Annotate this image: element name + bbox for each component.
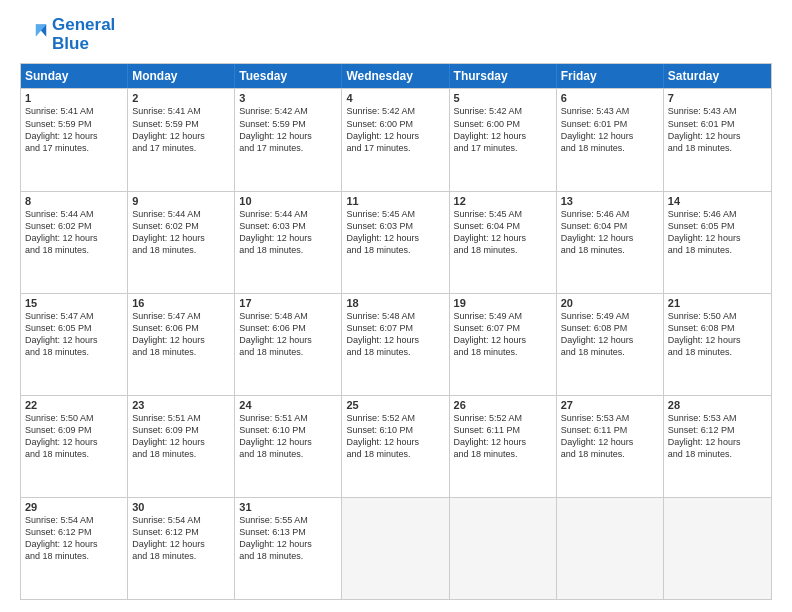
day-info: Sunrise: 5:45 AM Sunset: 6:03 PM Dayligh… [346,208,444,257]
header-day-tuesday: Tuesday [235,64,342,88]
cal-cell: 14Sunrise: 5:46 AM Sunset: 6:05 PM Dayli… [664,192,771,293]
day-info: Sunrise: 5:54 AM Sunset: 6:12 PM Dayligh… [132,514,230,563]
day-info: Sunrise: 5:49 AM Sunset: 6:08 PM Dayligh… [561,310,659,359]
cal-cell: 9Sunrise: 5:44 AM Sunset: 6:02 PM Daylig… [128,192,235,293]
cal-cell [664,498,771,599]
day-number: 31 [239,501,337,513]
day-info: Sunrise: 5:51 AM Sunset: 6:10 PM Dayligh… [239,412,337,461]
day-number: 15 [25,297,123,309]
cal-cell: 1Sunrise: 5:41 AM Sunset: 5:59 PM Daylig… [21,89,128,190]
cal-cell: 28Sunrise: 5:53 AM Sunset: 6:12 PM Dayli… [664,396,771,497]
day-info: Sunrise: 5:50 AM Sunset: 6:09 PM Dayligh… [25,412,123,461]
day-info: Sunrise: 5:44 AM Sunset: 6:03 PM Dayligh… [239,208,337,257]
day-number: 27 [561,399,659,411]
cal-cell: 26Sunrise: 5:52 AM Sunset: 6:11 PM Dayli… [450,396,557,497]
day-number: 20 [561,297,659,309]
day-number: 18 [346,297,444,309]
cal-cell: 29Sunrise: 5:54 AM Sunset: 6:12 PM Dayli… [21,498,128,599]
cal-cell: 13Sunrise: 5:46 AM Sunset: 6:04 PM Dayli… [557,192,664,293]
day-number: 22 [25,399,123,411]
day-info: Sunrise: 5:43 AM Sunset: 6:01 PM Dayligh… [561,105,659,154]
day-info: Sunrise: 5:41 AM Sunset: 5:59 PM Dayligh… [25,105,123,154]
logo-text: General Blue [52,16,115,53]
day-number: 6 [561,92,659,104]
day-number: 1 [25,92,123,104]
header-day-saturday: Saturday [664,64,771,88]
day-info: Sunrise: 5:51 AM Sunset: 6:09 PM Dayligh… [132,412,230,461]
day-number: 5 [454,92,552,104]
cal-cell: 4Sunrise: 5:42 AM Sunset: 6:00 PM Daylig… [342,89,449,190]
week-row-1: 1Sunrise: 5:41 AM Sunset: 5:59 PM Daylig… [21,88,771,190]
day-info: Sunrise: 5:48 AM Sunset: 6:06 PM Dayligh… [239,310,337,359]
day-number: 3 [239,92,337,104]
cal-cell: 12Sunrise: 5:45 AM Sunset: 6:04 PM Dayli… [450,192,557,293]
day-info: Sunrise: 5:41 AM Sunset: 5:59 PM Dayligh… [132,105,230,154]
day-info: Sunrise: 5:53 AM Sunset: 6:12 PM Dayligh… [668,412,767,461]
day-info: Sunrise: 5:55 AM Sunset: 6:13 PM Dayligh… [239,514,337,563]
day-number: 9 [132,195,230,207]
cal-cell: 27Sunrise: 5:53 AM Sunset: 6:11 PM Dayli… [557,396,664,497]
day-info: Sunrise: 5:44 AM Sunset: 6:02 PM Dayligh… [132,208,230,257]
cal-cell: 31Sunrise: 5:55 AM Sunset: 6:13 PM Dayli… [235,498,342,599]
cal-cell: 2Sunrise: 5:41 AM Sunset: 5:59 PM Daylig… [128,89,235,190]
day-number: 12 [454,195,552,207]
day-info: Sunrise: 5:52 AM Sunset: 6:11 PM Dayligh… [454,412,552,461]
week-row-2: 8Sunrise: 5:44 AM Sunset: 6:02 PM Daylig… [21,191,771,293]
day-number: 23 [132,399,230,411]
cal-cell: 21Sunrise: 5:50 AM Sunset: 6:08 PM Dayli… [664,294,771,395]
cal-cell [450,498,557,599]
header-day-friday: Friday [557,64,664,88]
page: General Blue SundayMondayTuesdayWednesda… [0,0,792,612]
cal-cell: 25Sunrise: 5:52 AM Sunset: 6:10 PM Dayli… [342,396,449,497]
day-number: 7 [668,92,767,104]
day-number: 26 [454,399,552,411]
day-info: Sunrise: 5:45 AM Sunset: 6:04 PM Dayligh… [454,208,552,257]
calendar-body: 1Sunrise: 5:41 AM Sunset: 5:59 PM Daylig… [21,88,771,599]
day-number: 16 [132,297,230,309]
cal-cell: 10Sunrise: 5:44 AM Sunset: 6:03 PM Dayli… [235,192,342,293]
day-number: 11 [346,195,444,207]
day-info: Sunrise: 5:44 AM Sunset: 6:02 PM Dayligh… [25,208,123,257]
header-day-thursday: Thursday [450,64,557,88]
cal-cell: 23Sunrise: 5:51 AM Sunset: 6:09 PM Dayli… [128,396,235,497]
day-number: 13 [561,195,659,207]
day-number: 21 [668,297,767,309]
logo-icon [20,21,48,49]
cal-cell: 5Sunrise: 5:42 AM Sunset: 6:00 PM Daylig… [450,89,557,190]
day-info: Sunrise: 5:46 AM Sunset: 6:04 PM Dayligh… [561,208,659,257]
cal-cell [557,498,664,599]
cal-cell: 22Sunrise: 5:50 AM Sunset: 6:09 PM Dayli… [21,396,128,497]
day-info: Sunrise: 5:53 AM Sunset: 6:11 PM Dayligh… [561,412,659,461]
day-info: Sunrise: 5:47 AM Sunset: 6:06 PM Dayligh… [132,310,230,359]
day-number: 4 [346,92,444,104]
day-info: Sunrise: 5:42 AM Sunset: 6:00 PM Dayligh… [346,105,444,154]
day-info: Sunrise: 5:42 AM Sunset: 6:00 PM Dayligh… [454,105,552,154]
header-day-sunday: Sunday [21,64,128,88]
day-number: 17 [239,297,337,309]
day-info: Sunrise: 5:43 AM Sunset: 6:01 PM Dayligh… [668,105,767,154]
day-number: 10 [239,195,337,207]
cal-cell [342,498,449,599]
day-number: 24 [239,399,337,411]
day-info: Sunrise: 5:48 AM Sunset: 6:07 PM Dayligh… [346,310,444,359]
cal-cell: 6Sunrise: 5:43 AM Sunset: 6:01 PM Daylig… [557,89,664,190]
day-number: 30 [132,501,230,513]
cal-cell: 16Sunrise: 5:47 AM Sunset: 6:06 PM Dayli… [128,294,235,395]
week-row-5: 29Sunrise: 5:54 AM Sunset: 6:12 PM Dayli… [21,497,771,599]
calendar: SundayMondayTuesdayWednesdayThursdayFrid… [20,63,772,600]
cal-cell: 17Sunrise: 5:48 AM Sunset: 6:06 PM Dayli… [235,294,342,395]
day-info: Sunrise: 5:42 AM Sunset: 5:59 PM Dayligh… [239,105,337,154]
cal-cell: 7Sunrise: 5:43 AM Sunset: 6:01 PM Daylig… [664,89,771,190]
day-info: Sunrise: 5:49 AM Sunset: 6:07 PM Dayligh… [454,310,552,359]
day-info: Sunrise: 5:52 AM Sunset: 6:10 PM Dayligh… [346,412,444,461]
cal-cell: 24Sunrise: 5:51 AM Sunset: 6:10 PM Dayli… [235,396,342,497]
day-number: 8 [25,195,123,207]
cal-cell: 3Sunrise: 5:42 AM Sunset: 5:59 PM Daylig… [235,89,342,190]
header: General Blue [20,16,772,53]
cal-cell: 19Sunrise: 5:49 AM Sunset: 6:07 PM Dayli… [450,294,557,395]
day-number: 19 [454,297,552,309]
day-info: Sunrise: 5:50 AM Sunset: 6:08 PM Dayligh… [668,310,767,359]
cal-cell: 20Sunrise: 5:49 AM Sunset: 6:08 PM Dayli… [557,294,664,395]
cal-cell: 8Sunrise: 5:44 AM Sunset: 6:02 PM Daylig… [21,192,128,293]
day-info: Sunrise: 5:46 AM Sunset: 6:05 PM Dayligh… [668,208,767,257]
